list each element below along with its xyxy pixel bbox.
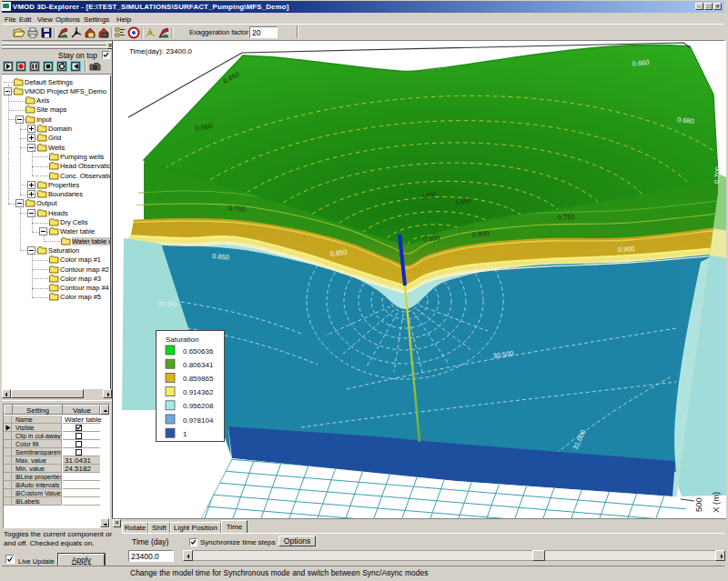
svg-text:1: 1: [183, 430, 187, 438]
svg-text:500: 500: [693, 497, 703, 512]
svg-text:0.650636: 0.650636: [183, 347, 214, 356]
svg-text:0.956208: 0.956208: [183, 402, 214, 410]
svg-text:0.750: 0.750: [558, 213, 575, 222]
svg-text:0.859865: 0.859865: [183, 375, 214, 383]
svg-text:0.750: 0.750: [228, 204, 246, 214]
svg-text:0.806341: 0.806341: [183, 361, 214, 369]
svg-text:X (m): X (m): [711, 492, 721, 513]
svg-text:0.978104: 0.978104: [183, 416, 214, 425]
svg-text:Saturation: Saturation: [166, 336, 198, 344]
svg-text:30.250: 30.250: [157, 300, 177, 307]
svg-text:0.900: 0.900: [618, 245, 635, 254]
svg-text:0.700: 0.700: [713, 166, 723, 184]
svg-text:0.914362: 0.914362: [183, 388, 214, 396]
svg-text:0.850: 0.850: [212, 252, 229, 262]
